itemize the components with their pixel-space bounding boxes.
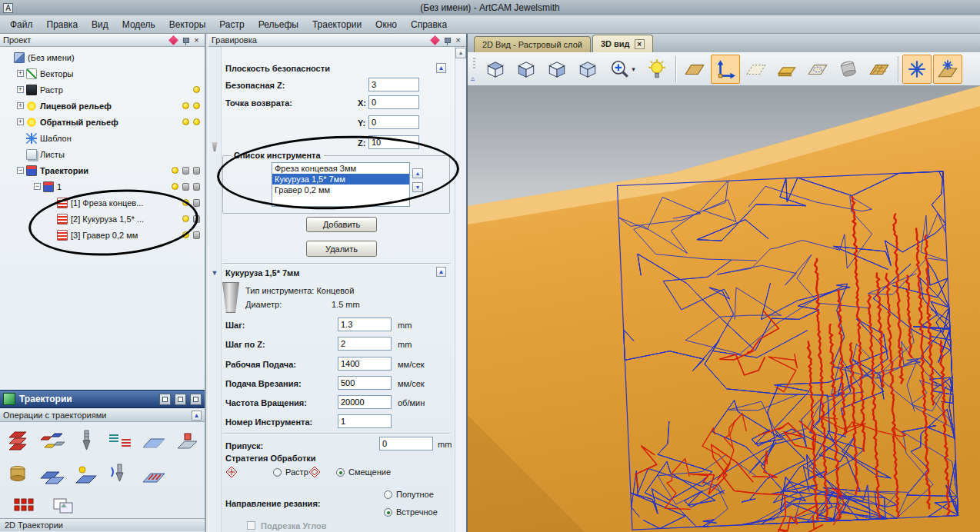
menu-window[interactable]: Окно xyxy=(368,16,404,33)
tree-item-sheets[interactable]: Листы xyxy=(0,146,205,162)
operation-raster-roughing-icon[interactable] xyxy=(4,427,33,454)
toolpaths-2d-bar[interactable]: 2D Траектории xyxy=(0,518,205,531)
direction-conventional-radio[interactable] xyxy=(384,508,392,517)
view-iso2-icon[interactable] xyxy=(512,55,541,84)
toolbar-overflow-icon[interactable] xyxy=(469,55,479,84)
toolpath-options-button[interactable] xyxy=(190,394,202,405)
view-iso3-icon[interactable] xyxy=(542,55,572,84)
close-icon[interactable] xyxy=(192,35,202,45)
operation-zigzag-icon[interactable] xyxy=(139,461,168,488)
tree-item-toolpath-group-1[interactable]: 1 xyxy=(0,178,205,195)
tool-move-up-icon[interactable] xyxy=(412,168,423,178)
return-y-input[interactable] xyxy=(368,115,419,129)
visibility-bulb-icon[interactable] xyxy=(182,199,189,206)
tab-close-icon[interactable] xyxy=(635,39,645,49)
viewport-3d[interactable] xyxy=(468,86,980,532)
sketch-plane-icon[interactable] xyxy=(742,55,771,84)
snowflake-icon[interactable] xyxy=(902,55,932,84)
tree-item-vectors[interactable]: Векторы xyxy=(0,65,205,81)
jump-section-icon[interactable] xyxy=(210,268,219,278)
strategy-raster-radio[interactable] xyxy=(273,468,282,477)
menu-view[interactable]: Вид xyxy=(85,16,115,33)
return-x-input[interactable] xyxy=(368,95,419,109)
simulate-icon[interactable] xyxy=(182,167,189,175)
pin-icon[interactable] xyxy=(442,35,452,45)
toolpath-new-button[interactable] xyxy=(159,394,171,405)
view-iso4-icon[interactable] xyxy=(573,55,602,84)
collapse-section-icon[interactable] xyxy=(436,267,446,277)
simulate-icon[interactable] xyxy=(193,167,200,175)
visibility-bulb-icon[interactable] xyxy=(193,118,200,125)
return-z-input[interactable] xyxy=(368,135,419,149)
spindle-speed-input[interactable] xyxy=(338,395,392,409)
toggle-light-icon[interactable] xyxy=(642,55,672,84)
menu-edit[interactable]: Правка xyxy=(40,16,85,33)
tree-item-model[interactable]: (Без имени) xyxy=(0,49,205,65)
tree-item-toolpath-2[interactable]: [2] Кукуруза 1,5* ... xyxy=(0,211,205,227)
allowance-input[interactable] xyxy=(379,437,433,451)
operation-grid-icon[interactable] xyxy=(9,493,38,520)
scroll-up-icon[interactable] xyxy=(455,48,466,58)
expander-icon[interactable] xyxy=(17,167,24,174)
axis-origin-icon[interactable] xyxy=(711,55,740,84)
menu-vectors[interactable]: Векторы xyxy=(162,16,212,33)
operation-drill-icon[interactable] xyxy=(72,427,101,454)
corner-trim-checkbox[interactable] xyxy=(247,521,255,530)
collapse-section-icon[interactable] xyxy=(436,63,446,73)
toolpath-dock-button[interactable] xyxy=(175,394,186,405)
menu-toolpaths[interactable]: Траектории xyxy=(305,16,368,33)
tree-item-toolpath-1[interactable]: [1] Фреза концев... xyxy=(0,195,205,211)
visibility-bulb-icon[interactable] xyxy=(172,183,178,190)
feed-rate-input[interactable] xyxy=(338,357,392,371)
visibility-bulb-icon[interactable] xyxy=(182,215,189,222)
operation-area-clear-icon[interactable] xyxy=(139,427,168,454)
expander-icon[interactable] xyxy=(17,118,24,125)
panel-scrollbar[interactable] xyxy=(455,47,466,532)
tool-list-item[interactable]: Гравер 0,2 мм xyxy=(272,185,409,195)
dotted-plane-icon[interactable] xyxy=(803,55,832,84)
operation-engrave-icon[interactable] xyxy=(105,461,135,488)
tool-list-item[interactable]: Фреза концевая 3мм xyxy=(272,163,409,174)
expander-icon[interactable] xyxy=(17,86,24,93)
tab-2d-view[interactable]: 2D Вид - Растровый слой xyxy=(474,36,591,52)
close-icon[interactable] xyxy=(453,35,463,45)
operation-preview-icon[interactable] xyxy=(49,493,78,520)
gold-bar-icon[interactable] xyxy=(772,55,802,84)
tool-move-down-icon[interactable] xyxy=(412,182,423,192)
safe-z-input[interactable] xyxy=(368,78,419,91)
visibility-bulb-icon[interactable] xyxy=(182,118,189,125)
expander-icon[interactable] xyxy=(17,70,24,77)
simulate-icon[interactable] xyxy=(193,215,200,223)
view-iso1-icon[interactable] xyxy=(481,55,510,84)
tree-item-front-relief[interactable]: Лицевой рельеф xyxy=(0,98,205,114)
cylinder-icon[interactable] xyxy=(834,55,863,84)
snowflake-plane-icon[interactable] xyxy=(933,55,962,84)
collapse-section-icon[interactable] xyxy=(192,411,202,421)
tool-number-input[interactable] xyxy=(338,414,392,428)
menu-help[interactable]: Справка xyxy=(404,16,454,33)
brush-icon[interactable] xyxy=(430,35,440,45)
simulate-icon[interactable] xyxy=(193,183,200,191)
operation-multi-sheet-icon[interactable] xyxy=(38,427,67,454)
expander-icon[interactable] xyxy=(34,183,41,190)
stepover-input[interactable] xyxy=(338,318,392,331)
brush-icon[interactable] xyxy=(168,35,178,45)
direction-climb-radio[interactable] xyxy=(384,490,392,499)
tab-3d-view[interactable]: 3D вид xyxy=(592,35,653,52)
visibility-bulb-icon[interactable] xyxy=(172,167,178,174)
title-bar[interactable]: (Без имени) - ArtCAM Jewelsmith xyxy=(0,0,980,15)
menu-model[interactable]: Модель xyxy=(115,16,162,33)
operation-laser-icon[interactable] xyxy=(72,461,101,488)
plunge-rate-input[interactable] xyxy=(338,376,392,390)
pin-icon[interactable] xyxy=(180,35,190,45)
simulate-icon[interactable] xyxy=(193,231,200,239)
operation-row-machining-icon[interactable] xyxy=(105,427,135,454)
visibility-bulb-icon[interactable] xyxy=(182,231,189,238)
tree-item-toolpath-3[interactable]: [3] Гравер 0,2 мм xyxy=(0,227,205,243)
visibility-bulb-icon[interactable] xyxy=(182,102,189,109)
operation-profile-icon[interactable] xyxy=(173,427,202,454)
visibility-bulb-icon[interactable] xyxy=(193,86,200,93)
strategy-offset-radio[interactable] xyxy=(336,468,345,477)
tree-item-raster[interactable]: Растр xyxy=(0,81,205,98)
stepdown-input[interactable] xyxy=(338,337,392,351)
